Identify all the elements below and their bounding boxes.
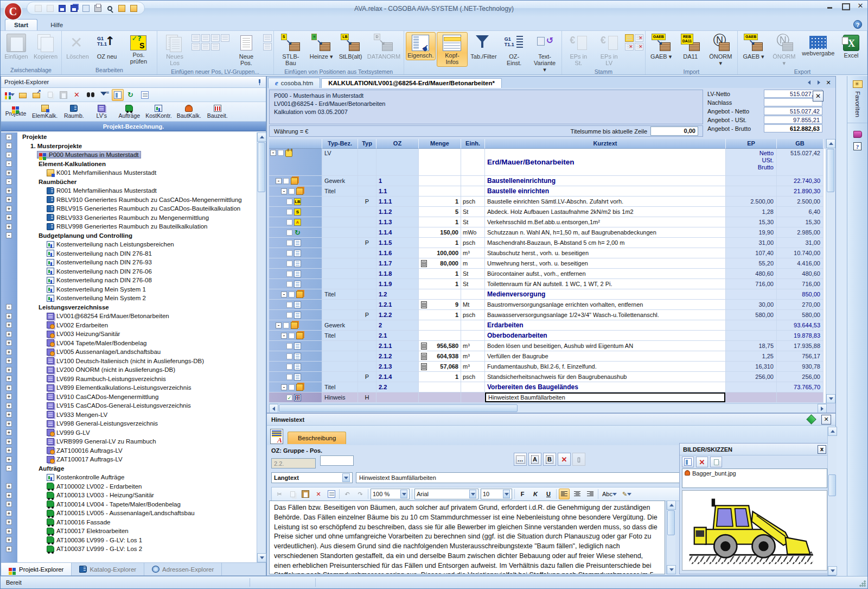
help-question-icon[interactable]: ? (853, 142, 861, 150)
tree-item-lv999-g-lv[interactable]: +LV999 G-LV (1, 428, 257, 438)
column-header-einh[interactable]: Einh. (461, 139, 485, 149)
ribbon-button-excel[interactable]: Excel (837, 32, 865, 60)
dock-diamond-icon[interactable] (806, 414, 816, 424)
paste-icon[interactable] (300, 489, 311, 499)
underline-button[interactable]: U (543, 489, 554, 499)
ribbon-button-heinze[interactable]: ≡↘Heinze ▾ (307, 32, 335, 61)
row-checkbox[interactable] (286, 199, 292, 205)
titelsumme-value[interactable]: 0,00 (650, 126, 698, 136)
font-select[interactable]: Arial (414, 489, 478, 499)
cell-kurztext[interactable]: Abdeck. Holz Aufbauen Lastaufnahme 2kN/m… (485, 207, 726, 217)
views-button[interactable] (3, 89, 15, 101)
tree-item-lv699-raumbuch-leistungsverz[interactable]: +LV699 Raumbuch-Leistungsverzeichnis (1, 375, 257, 384)
cell-kurztext[interactable]: Umwehrung herst., vorh. u. beseitigen (485, 258, 726, 269)
cell-kurztext[interactable]: Erdarbeiten (485, 320, 726, 331)
bottom-panel-scrollbar[interactable] (827, 427, 837, 575)
table-vscrollbar[interactable] (826, 139, 835, 403)
bold-button[interactable]: F (517, 489, 528, 499)
cell-kurztext[interactable]: Boden lösen und beseitigen, Aushub wird … (485, 341, 726, 351)
chevron-down-icon[interactable] (342, 473, 350, 482)
expand-toggle[interactable]: + (6, 214, 12, 220)
import-folder-button[interactable] (30, 89, 42, 101)
table-row-1-2-1[interactable]: 1.2.19MtBaustromversorgungsanlage errich… (269, 300, 828, 310)
tab-adressen-explorer[interactable]: Adressen-Explorer (144, 563, 222, 575)
cell-kurztext[interactable]: Maschendraht-Bauzaun, B-Abstand 5 cm h= … (485, 238, 726, 248)
cell-kurztext[interactable]: Staubschutz herst., vorh. u. beseitigen (485, 248, 726, 258)
row-checkbox[interactable] (286, 219, 292, 225)
scroll-tabs-left-icon[interactable] (805, 79, 813, 86)
mini-icon[interactable] (625, 43, 634, 50)
cell-kurztext[interactable]: Baustelle einrichten (485, 186, 726, 197)
expand-toggle[interactable]: + (6, 403, 12, 409)
nav-elemkalk[interactable]: ElemKalk. (30, 104, 60, 120)
body-scrollbar[interactable] (666, 501, 675, 574)
calculator-icon[interactable] (421, 301, 427, 308)
tree-item-kostenverteilung-nach-din-27[interactable]: Kostenverteilung nach DIN 276-08 (1, 276, 257, 285)
row-checkbox[interactable] (286, 302, 292, 308)
ribbon-button-pos-prüfen[interactable]: Pos. prüfen (122, 32, 155, 66)
tree-item-rblv915-generiertes-raumbuch[interactable]: +RBLV915 Generiertes Raumbuch zu CasCADo… (1, 204, 257, 213)
tree-item-rblv910-generiertes-raumbuch[interactable]: +RBLV910 Generiertes Raumbuch zu CasCADo… (1, 195, 257, 205)
scroll-down-icon[interactable] (828, 566, 837, 575)
size-select[interactable]: 10 (481, 489, 512, 499)
table-row-1-1-7[interactable]: 1.1.780,000mUmwehrung herst., vorh. u. b… (269, 258, 828, 269)
table-row-1-1[interactable]: -Titel1.1Baustelle einrichten21.890,30 (269, 186, 828, 197)
column-header-menge[interactable]: Menge (419, 139, 461, 149)
expand-toggle[interactable]: + (6, 322, 12, 328)
scroll-down-icon[interactable] (257, 553, 266, 562)
expand-toggle[interactable]: - (6, 134, 12, 140)
tree-item-at100037-lv999-g-lv-los-2[interactable]: +AT100037 LV999 - G-LV: Los 2 (1, 544, 257, 554)
catalog-book-icon[interactable] (853, 131, 862, 138)
row-checkbox[interactable] (286, 353, 292, 359)
tree-item-lv003-heizung-sanitär[interactable]: +LV003 Heizung/Sanitär (1, 330, 257, 339)
tree-item-kostenverteilung-nach-din-27[interactable]: Kostenverteilung nach DIN 276-93 (1, 258, 257, 267)
expand-toggle[interactable]: + (6, 224, 12, 230)
tree-item-lv933-mengen-lv[interactable]: +LV933 Mengen-LV (1, 410, 257, 420)
row-checkbox[interactable] (278, 150, 284, 156)
ribbon-button-stlb-alt[interactable]: LB↘StLB(alt) (336, 32, 365, 61)
row-checkbox[interactable] (286, 343, 292, 349)
column-header-tree[interactable] (269, 139, 322, 149)
tree-item-kostenverteilung-nach-din-27[interactable]: Kostenverteilung nach DIN 276-06 (1, 267, 257, 276)
expand-toggle[interactable]: + (6, 483, 12, 489)
row-checkbox[interactable] (283, 322, 289, 328)
expand-toggle[interactable]: + (6, 492, 12, 498)
calculator-icon[interactable] (421, 343, 427, 350)
tree-item-rblv998-generiertes-raumbuch[interactable]: +RBLV998 Generiertes Raumbuch zu Bauteil… (1, 222, 257, 231)
cell-kurztext[interactable]: Bauwasserversorgungsanlage 1/2+3/4" Wasc… (485, 310, 726, 320)
row-checkbox[interactable] (289, 188, 295, 194)
table-row-1-1-9[interactable]: 1.1.91StToilettenraum für AN aufstell. 1… (269, 279, 828, 289)
tree-column-header[interactable]: Projekt-Bezeichnung. (1, 122, 266, 131)
row-checkbox[interactable] (283, 178, 289, 184)
tree-item-at100014-lv004-tapete-male[interactable]: +AT100014 LV004 - Tapete/Maler/Bodenbela… (1, 500, 257, 509)
scroll-down-icon[interactable] (826, 394, 835, 403)
tree-item-at100017-elektroarbeiten[interactable]: +AT100017 Elektroarbeiten (1, 527, 257, 536)
expand-toggle[interactable]: + (6, 537, 12, 543)
table-row-1-2[interactable]: -Titel1.2Medienversorgung850,00 (269, 289, 828, 300)
row-checkbox[interactable] (289, 333, 295, 339)
pin-icon[interactable] (257, 79, 263, 85)
scroll-left-icon[interactable] (269, 404, 278, 413)
expand-toggle[interactable]: - (281, 333, 287, 339)
body-scroll-thumb[interactable] (667, 510, 675, 535)
tree-item-lvrb999-general-lv-zu-raumbu[interactable]: +LVRB999 General-LV zu Raumbuch (1, 437, 257, 446)
close-button[interactable]: ✕ (857, 3, 864, 9)
ribbon-button-gaeb[interactable]: GAEB↘GAEB ▾ (739, 32, 768, 61)
expand-toggle[interactable]: + (6, 340, 12, 346)
nav-aufträge[interactable]: Aufträge (116, 104, 143, 120)
expand-toggle[interactable]: + (6, 457, 12, 463)
document-tab-cosoba-htm[interactable]: ecosoba.htm (268, 78, 320, 88)
total-value[interactable]: 612.882,63 (764, 124, 822, 132)
expand-toggle[interactable]: - (281, 188, 287, 194)
scroll-tabs-right-icon[interactable] (815, 79, 822, 86)
expand-toggle[interactable]: + (6, 546, 12, 552)
layout-button[interactable] (112, 89, 124, 101)
row-checkbox[interactable] (289, 384, 295, 390)
ribbon-button-tab-filter[interactable]: Tab./Filter (469, 32, 499, 61)
table-row-2-1-2[interactable]: 2.1.2604,938m³Verfüllen der Baugrube1,25… (269, 351, 828, 362)
expand-toggle[interactable]: + (6, 447, 12, 453)
nav-projekte[interactable]: Projekte (2, 105, 29, 118)
help-icon[interactable]: ? (853, 20, 862, 29)
oz-pos-field[interactable] (320, 455, 354, 466)
expand-toggle[interactable]: - (6, 152, 12, 158)
